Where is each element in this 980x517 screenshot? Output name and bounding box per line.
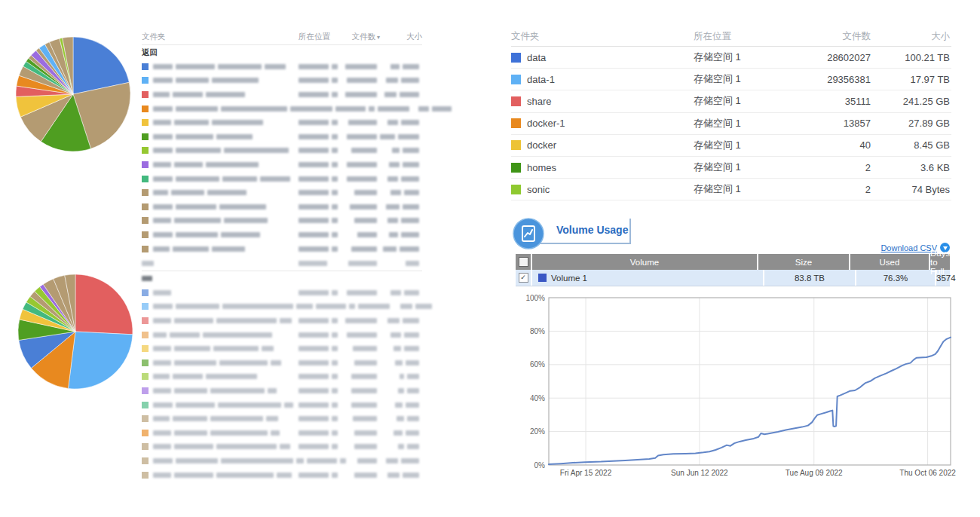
- folder-row-redacted[interactable]: [142, 242, 422, 256]
- redacted-text: [407, 416, 419, 421]
- volume-checkbox-cell[interactable]: ✓: [516, 270, 532, 286]
- shared-folder-row[interactable]: share存储空间 135111241.25 GB: [511, 90, 951, 112]
- redacted-text: [299, 430, 329, 436]
- folder-row-redacted[interactable]: [142, 214, 422, 228]
- redacted-text: [389, 162, 400, 167]
- shared-folder-row[interactable]: homes存储空间 123.6 KB: [511, 157, 951, 179]
- redacted-text: [290, 106, 332, 112]
- folder-row-redacted[interactable]: [142, 60, 422, 74]
- folder-row-redacted[interactable]: [142, 398, 422, 412]
- header-size[interactable]: 大小: [380, 32, 422, 42]
- redacted-text: [386, 204, 400, 210]
- redacted-text: [296, 304, 313, 309]
- redacted-text: [348, 120, 377, 125]
- folder-row-redacted[interactable]: [142, 74, 422, 88]
- redacted-text: [332, 360, 338, 366]
- folder-row-redacted[interactable]: [142, 87, 422, 102]
- folder-row-redacted[interactable]: [142, 328, 422, 342]
- redacted-text: [213, 346, 259, 351]
- redacted-text: [176, 176, 219, 182]
- folder-name: data: [527, 52, 546, 63]
- folder-row-redacted[interactable]: [142, 158, 422, 172]
- redacted-text: [389, 232, 398, 237]
- folder-row-redacted[interactable]: [142, 172, 422, 186]
- redacted-text: [418, 106, 429, 112]
- redacted-text: [284, 402, 293, 408]
- back-link[interactable]: 返回: [142, 47, 158, 58]
- header-filecount[interactable]: 文件数▾: [345, 32, 380, 42]
- folder-row-redacted[interactable]: [142, 468, 422, 482]
- header-volume-size[interactable]: Size: [758, 254, 850, 270]
- folder-table-bottom: [142, 255, 422, 482]
- header-location[interactable]: 所在位置: [299, 32, 345, 42]
- y-axis-tick-label: 100%: [525, 294, 545, 302]
- folder-row-redacted[interactable]: [142, 411, 422, 426]
- folder-row-redacted[interactable]: [142, 440, 422, 454]
- redacted-text: [406, 261, 419, 266]
- download-csv-link[interactable]: Download CSV: [880, 243, 937, 252]
- folder-row-redacted[interactable]: [142, 200, 422, 214]
- folder-row-redacted[interactable]: [142, 426, 422, 440]
- redacted-text: [347, 332, 377, 338]
- header-folder[interactable]: 文件夹: [511, 30, 694, 43]
- folder-size: 74 Bytes: [871, 184, 951, 195]
- redacted-text: [221, 106, 287, 112]
- redacted-text: [332, 148, 338, 153]
- folder-color-swatch: [142, 457, 149, 464]
- redacted-text: [345, 64, 377, 69]
- folder-row-redacted[interactable]: [142, 185, 422, 200]
- folder-color-swatch: [142, 161, 149, 168]
- redacted-text: [354, 473, 377, 478]
- select-all-checkbox[interactable]: [519, 257, 528, 267]
- folder-row-redacted[interactable]: [142, 115, 422, 130]
- redacted-text: [404, 332, 419, 338]
- header-size[interactable]: 大小: [871, 30, 951, 43]
- folder-color-swatch: [142, 303, 149, 310]
- header-folder[interactable]: 文件夹: [142, 32, 299, 42]
- folder-row-redacted[interactable]: [142, 102, 422, 116]
- folder-color-swatch: [142, 373, 149, 380]
- redacted-text: [401, 176, 419, 182]
- redacted-text: [401, 78, 419, 83]
- volume-checkbox[interactable]: ✓: [519, 273, 528, 283]
- y-axis-tick-label: 80%: [530, 327, 545, 335]
- select-all-checkbox-cell[interactable]: [516, 254, 532, 270]
- pie-slice[interactable]: [75, 274, 133, 335]
- folder-usage-pie-top[interactable]: [13, 34, 133, 154]
- pie-slice[interactable]: [68, 332, 132, 389]
- back-link-redacted[interactable]: [142, 271, 422, 286]
- folder-row-redacted[interactable]: [142, 356, 422, 370]
- folder-usage-pie-bottom[interactable]: [15, 271, 136, 392]
- header-days-to-full[interactable]: Days to Full: [930, 254, 950, 270]
- folder-color-swatch: [142, 415, 149, 422]
- folder-row-redacted[interactable]: [142, 341, 422, 356]
- shared-folder-row[interactable]: docker-1存储空间 11385727.89 GB: [511, 113, 951, 135]
- volume-row[interactable]: ✓ Volume 1 83.8 TB 76.3% 3574: [516, 270, 950, 286]
- header-volume[interactable]: Volume: [532, 254, 758, 270]
- folder-row-redacted[interactable]: [142, 314, 422, 328]
- folder-row-redacted[interactable]: [142, 300, 422, 314]
- redacted-text: [299, 374, 329, 379]
- shared-folder-row[interactable]: sonic存储空间 1274 Bytes: [511, 179, 951, 200]
- redacted-text: [400, 374, 404, 379]
- header-location[interactable]: 所在位置: [694, 30, 814, 43]
- shared-folder-row[interactable]: data存储空间 128602027100.21 TB: [511, 47, 951, 69]
- folder-filecount: 2: [814, 184, 871, 195]
- folder-row-redacted[interactable]: [142, 454, 422, 468]
- folder-row-redacted[interactable]: [142, 144, 422, 158]
- shared-folder-row[interactable]: data-1存储空间 12935638117.97 TB: [511, 69, 951, 90]
- redacted-text: [219, 360, 268, 366]
- folder-row-redacted[interactable]: [142, 384, 422, 398]
- folder-row-redacted[interactable]: [142, 286, 422, 300]
- folder-row-redacted[interactable]: [142, 370, 422, 384]
- redacted-text: [174, 360, 216, 366]
- redacted-text: [347, 134, 377, 139]
- redacted-text: [400, 246, 419, 252]
- shared-folder-row[interactable]: docker存储空间 1408.45 GB: [511, 135, 951, 157]
- folder-row-redacted[interactable]: [142, 228, 422, 242]
- redacted-text: [390, 64, 400, 69]
- header-used[interactable]: Used: [850, 254, 930, 270]
- folder-location: 存储空间 1: [694, 139, 814, 152]
- folder-row-redacted[interactable]: [142, 130, 422, 144]
- header-filecount[interactable]: 文件数: [814, 30, 871, 43]
